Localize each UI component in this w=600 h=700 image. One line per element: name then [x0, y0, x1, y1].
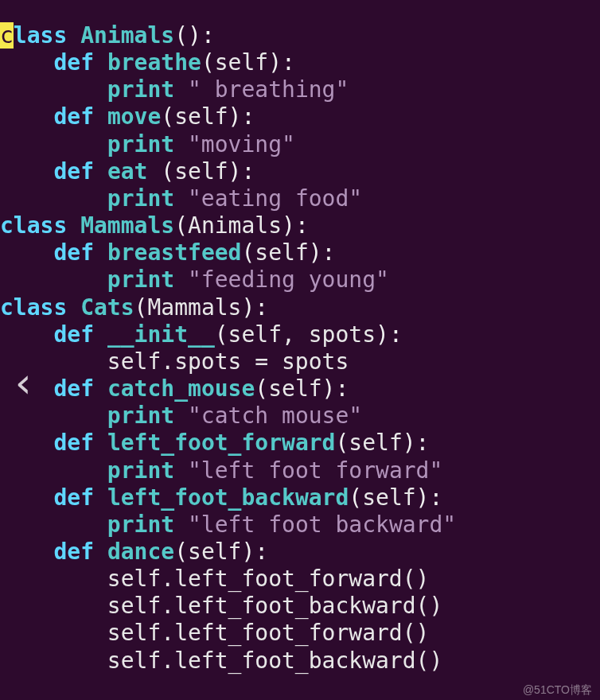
- keyword-class: class: [0, 294, 67, 321]
- method-left-foot-backward: left_foot_backward: [107, 484, 349, 511]
- cursor: c: [0, 22, 14, 49]
- method-init: __init__: [107, 321, 215, 348]
- string-literal: "left foot forward": [188, 457, 442, 484]
- print-call: print: [107, 131, 174, 158]
- method-breastfeed: breastfeed: [107, 239, 242, 266]
- body-line: self.left_foot_forward(): [107, 566, 430, 592]
- keyword-def: def: [53, 158, 94, 185]
- body-line: self.left_foot_forward(): [107, 620, 430, 646]
- method-catch-mouse: catch_mouse: [107, 375, 255, 402]
- watermark: @51CTO博客: [523, 683, 592, 697]
- method-eat: eat: [107, 158, 161, 185]
- keyword-def: def: [53, 239, 94, 266]
- string-literal: "feeding young": [188, 266, 389, 293]
- keyword-class: lass: [14, 22, 67, 49]
- keyword-def: def: [53, 484, 94, 511]
- code-editor[interactable]: class Animals(): def breathe(self): prin…: [0, 22, 600, 675]
- body-line: self.left_foot_backward(): [107, 648, 442, 674]
- keyword-def: def: [53, 321, 94, 348]
- string-literal: "moving": [188, 131, 295, 158]
- method-breathe: breathe: [107, 49, 201, 76]
- method-move: move: [107, 103, 161, 130]
- method-left-foot-forward: left_foot_forward: [107, 430, 336, 456]
- print-call: print: [107, 185, 174, 212]
- class-name-cats: Cats: [80, 294, 134, 321]
- string-literal: "left foot backward": [188, 511, 456, 538]
- print-call: print: [107, 511, 174, 538]
- print-call: print: [107, 76, 174, 103]
- keyword-def: def: [53, 49, 94, 76]
- class-name-animals: Animals: [80, 22, 174, 49]
- keyword-def: def: [53, 375, 94, 402]
- keyword-class: class: [0, 212, 67, 239]
- keyword-def: def: [53, 539, 94, 565]
- string-literal: "catch mouse": [188, 402, 362, 429]
- keyword-def: def: [53, 430, 94, 456]
- string-literal: "eating food": [188, 185, 362, 212]
- string-literal: " breathing": [188, 76, 349, 103]
- print-call: print: [107, 457, 174, 484]
- class-name-mammals: Mammals: [80, 212, 174, 239]
- body-line: self.spots = spots: [107, 348, 349, 375]
- body-line: self.left_foot_backward(): [107, 593, 442, 619]
- print-call: print: [107, 402, 174, 429]
- method-dance: dance: [107, 539, 174, 565]
- print-call: print: [107, 266, 174, 293]
- keyword-def: def: [53, 103, 94, 130]
